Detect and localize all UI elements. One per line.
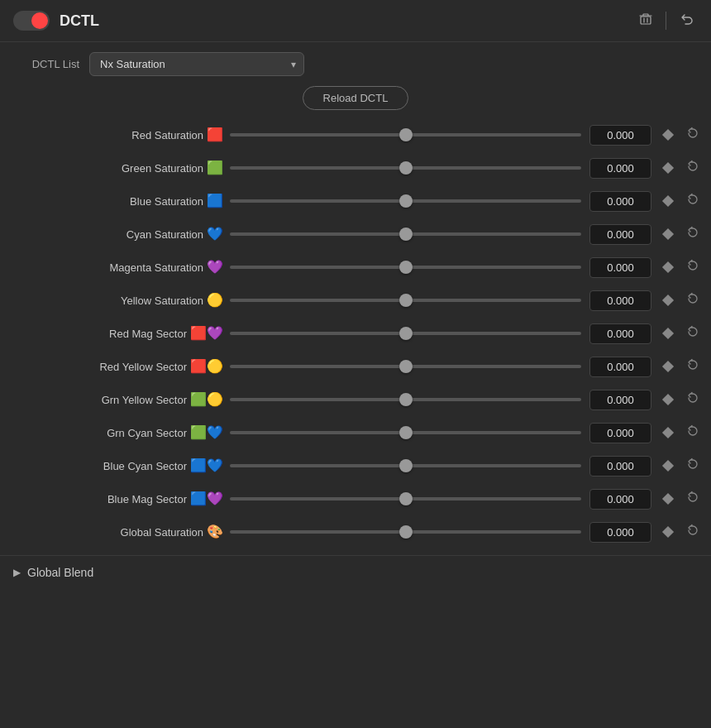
slider-label-text: Cyan Saturation [126, 228, 203, 241]
slider-label-magenta-sat: Magenta Saturation 💜 [7, 261, 230, 274]
reset-button-red-sat[interactable] [681, 127, 704, 143]
reset-button-blue-mag[interactable] [681, 491, 704, 507]
reset-button-blue-sat[interactable] [681, 193, 704, 209]
slider-input-grn-yellow[interactable] [230, 391, 581, 408]
reset-button-red-mag[interactable] [681, 325, 704, 342]
slider-input-blue-cyan[interactable] [230, 457, 581, 474]
slider-row-magenta-sat: Magenta Saturation 💜 [0, 251, 711, 284]
slider-label-cyan-sat: Cyan Saturation 💙 [7, 228, 230, 241]
dctl-list-select[interactable]: Nx Saturation [89, 52, 304, 76]
slider-row-cyan-sat: Cyan Saturation 💙 [0, 218, 711, 251]
slider-label-text: Yellow Saturation [121, 295, 203, 307]
slider-row-green-sat: Green Saturation 🟩 [0, 151, 711, 184]
slider-row-grn-cyan: Grn Cyan Sector 🟩💙 [0, 416, 711, 449]
reset-button-green-sat[interactable] [681, 160, 704, 176]
power-toggle[interactable] [13, 11, 50, 31]
emoji-icon: 💜 [207, 261, 223, 274]
slider-label-text: Magenta Saturation [110, 261, 203, 274]
global-blend-section[interactable]: ▶ Global Blend [0, 555, 711, 589]
slider-row-yellow-sat: Yellow Saturation 🟡 [0, 284, 711, 317]
slider-label-green-sat: Green Saturation 🟩 [7, 161, 230, 175]
emoji-icon: 🟩 [207, 161, 223, 175]
reset-button-grn-yellow[interactable] [681, 391, 704, 408]
diamond-icon [662, 427, 674, 438]
value-input-red-yellow[interactable] [589, 357, 651, 377]
keyframe-button-grn-yellow[interactable] [658, 393, 678, 406]
reset-button-yellow-sat[interactable] [681, 292, 704, 309]
emoji-icon: 🟦💜 [190, 492, 223, 505]
value-input-red-sat[interactable] [589, 125, 651, 146]
value-input-yellow-sat[interactable] [589, 290, 651, 311]
reset-button-magenta-sat[interactable] [681, 259, 704, 275]
value-input-green-sat[interactable] [589, 158, 651, 179]
slider-row-blue-cyan: Blue Cyan Sector 🟦💙 [0, 449, 711, 482]
diamond-icon [662, 361, 674, 372]
keyframe-button-blue-sat[interactable] [658, 194, 678, 208]
keyframe-button-grn-cyan[interactable] [658, 426, 678, 439]
keyframe-button-global-sat[interactable] [658, 525, 678, 539]
reset-button-cyan-sat[interactable] [681, 226, 704, 242]
value-input-blue-cyan[interactable] [589, 456, 651, 477]
value-input-global-sat[interactable] [589, 522, 651, 543]
delete-button[interactable] [636, 9, 656, 32]
diamond-icon [662, 328, 674, 339]
diamond-icon [662, 526, 674, 538]
header-divider [666, 12, 666, 30]
slider-input-blue-mag[interactable] [230, 491, 581, 507]
emoji-icon: 💙 [207, 228, 223, 241]
slider-input-green-sat[interactable] [230, 160, 581, 176]
slider-label-grn-yellow: Grn Yellow Sector 🟩🟡 [7, 393, 230, 406]
slider-input-cyan-sat[interactable] [230, 226, 581, 242]
value-input-blue-sat[interactable] [589, 191, 651, 212]
value-input-cyan-sat[interactable] [589, 224, 651, 245]
reset-button-red-yellow[interactable] [681, 358, 704, 375]
value-input-magenta-sat[interactable] [589, 257, 651, 278]
slider-input-magenta-sat[interactable] [230, 259, 581, 275]
slider-input-red-mag[interactable] [230, 325, 581, 342]
slider-track-yellow-sat [230, 292, 581, 309]
undo-button[interactable] [676, 8, 698, 33]
emoji-icon: 🟩🟡 [190, 393, 223, 406]
slider-row-red-mag: Red Mag Sector 🟥💜 [0, 317, 711, 350]
slider-row-blue-mag: Blue Mag Sector 🟦💜 [0, 482, 711, 515]
value-input-grn-cyan[interactable] [589, 423, 651, 443]
slider-label-grn-cyan: Grn Cyan Sector 🟩💙 [7, 426, 230, 439]
keyframe-button-red-yellow[interactable] [658, 360, 678, 373]
sliders-container: Red Saturation 🟥 Green Saturation 🟩 [0, 118, 711, 548]
slider-input-blue-sat[interactable] [230, 193, 581, 209]
keyframe-button-green-sat[interactable] [658, 161, 678, 175]
keyframe-button-cyan-sat[interactable] [658, 228, 678, 241]
reset-button-blue-cyan[interactable] [681, 457, 704, 474]
slider-input-red-sat[interactable] [230, 127, 581, 143]
slider-input-grn-cyan[interactable] [230, 424, 581, 441]
slider-label-text: Red Saturation [131, 129, 203, 141]
reset-button-grn-cyan[interactable] [681, 424, 704, 441]
reload-button[interactable]: Reload DCTL [303, 86, 409, 110]
slider-track-green-sat [230, 160, 581, 176]
slider-input-red-yellow[interactable] [230, 358, 581, 375]
slider-track-grn-cyan [230, 424, 581, 441]
keyframe-button-red-sat[interactable] [658, 128, 678, 141]
keyframe-button-red-mag[interactable] [658, 327, 678, 340]
slider-label-blue-cyan: Blue Cyan Sector 🟦💙 [7, 459, 230, 472]
emoji-icon: 🟥🟡 [190, 360, 223, 373]
slider-input-global-sat[interactable] [230, 524, 581, 540]
diamond-icon [662, 394, 674, 405]
dctl-list-label: DCTL List [13, 58, 79, 70]
value-input-grn-yellow[interactable] [589, 390, 651, 410]
reload-row: Reload DCTL [0, 81, 711, 118]
value-input-blue-mag[interactable] [589, 489, 651, 510]
keyframe-button-blue-cyan[interactable] [658, 459, 678, 472]
slider-label-yellow-sat: Yellow Saturation 🟡 [7, 294, 230, 307]
keyframe-button-blue-mag[interactable] [658, 492, 678, 505]
emoji-icon: 🟦💙 [190, 459, 223, 472]
toggle-knob [31, 12, 48, 29]
reset-button-global-sat[interactable] [681, 524, 704, 540]
header-actions [636, 8, 698, 33]
slider-row-grn-yellow: Grn Yellow Sector 🟩🟡 [0, 383, 711, 416]
slider-input-yellow-sat[interactable] [230, 292, 581, 309]
keyframe-button-magenta-sat[interactable] [658, 261, 678, 274]
slider-track-cyan-sat [230, 226, 581, 242]
value-input-red-mag[interactable] [589, 323, 651, 344]
keyframe-button-yellow-sat[interactable] [658, 294, 678, 307]
